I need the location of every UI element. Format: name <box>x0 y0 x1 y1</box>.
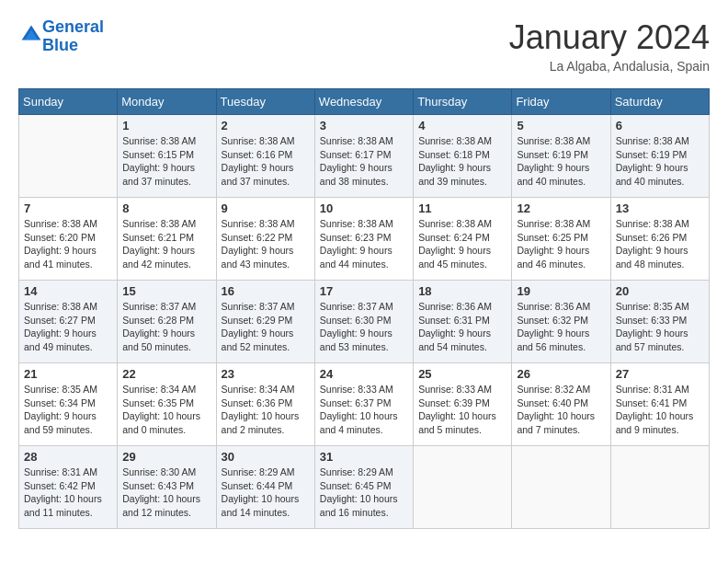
day-info: Sunrise: 8:38 AM Sunset: 6:20 PM Dayligh… <box>24 217 112 271</box>
weekday-thursday: Thursday <box>414 89 512 115</box>
logo: General Blue <box>18 18 104 55</box>
day-number: 22 <box>122 367 210 381</box>
day-number: 24 <box>320 367 408 381</box>
logo-icon <box>20 24 42 46</box>
day-info: Sunrise: 8:35 AM Sunset: 6:34 PM Dayligh… <box>24 383 112 437</box>
day-number: 1 <box>122 119 210 132</box>
day-info: Sunrise: 8:30 AM Sunset: 6:43 PM Dayligh… <box>122 465 210 520</box>
calendar-week-5: 28Sunrise: 8:31 AM Sunset: 6:42 PM Dayli… <box>19 446 710 529</box>
day-info: Sunrise: 8:38 AM Sunset: 6:18 PM Dayligh… <box>418 134 506 189</box>
calendar-cell: 8Sunrise: 8:38 AM Sunset: 6:21 PM Daylig… <box>118 198 216 281</box>
calendar-cell <box>610 446 709 529</box>
day-info: Sunrise: 8:32 AM Sunset: 6:40 PM Dayligh… <box>517 383 605 437</box>
day-info: Sunrise: 8:37 AM Sunset: 6:29 PM Dayligh… <box>222 300 310 354</box>
day-info: Sunrise: 8:38 AM Sunset: 6:17 PM Dayligh… <box>320 134 408 189</box>
day-number: 31 <box>320 450 408 464</box>
day-info: Sunrise: 8:38 AM Sunset: 6:19 PM Dayligh… <box>517 134 605 189</box>
weekday-monday: Monday <box>118 89 216 115</box>
day-info: Sunrise: 8:34 AM Sunset: 6:35 PM Dayligh… <box>122 383 210 437</box>
day-number: 10 <box>320 201 408 215</box>
weekday-header-row: SundayMondayTuesdayWednesdayThursdayFrid… <box>19 89 710 115</box>
day-number: 30 <box>222 450 310 464</box>
day-number: 29 <box>122 450 210 464</box>
day-info: Sunrise: 8:38 AM Sunset: 6:15 PM Dayligh… <box>122 134 210 189</box>
calendar-cell: 15Sunrise: 8:37 AM Sunset: 6:28 PM Dayli… <box>118 281 216 363</box>
day-info: Sunrise: 8:38 AM Sunset: 6:16 PM Dayligh… <box>222 134 310 189</box>
calendar-cell: 9Sunrise: 8:38 AM Sunset: 6:22 PM Daylig… <box>216 198 314 281</box>
day-info: Sunrise: 8:38 AM Sunset: 6:21 PM Dayligh… <box>122 217 210 271</box>
title-area: January 2024 La Algaba, Andalusia, Spain <box>509 18 710 74</box>
day-info: Sunrise: 8:37 AM Sunset: 6:30 PM Dayligh… <box>320 300 408 354</box>
calendar-cell: 16Sunrise: 8:37 AM Sunset: 6:29 PM Dayli… <box>216 281 314 363</box>
calendar-cell: 5Sunrise: 8:38 AM Sunset: 6:19 PM Daylig… <box>512 115 610 198</box>
day-number: 6 <box>616 119 704 132</box>
calendar-cell: 12Sunrise: 8:38 AM Sunset: 6:25 PM Dayli… <box>512 198 610 281</box>
day-number: 2 <box>222 119 310 132</box>
calendar-cell: 4Sunrise: 8:38 AM Sunset: 6:18 PM Daylig… <box>414 115 512 198</box>
day-info: Sunrise: 8:38 AM Sunset: 6:27 PM Dayligh… <box>24 300 112 354</box>
calendar-week-3: 14Sunrise: 8:38 AM Sunset: 6:27 PM Dayli… <box>19 281 710 363</box>
calendar-cell: 27Sunrise: 8:31 AM Sunset: 6:41 PM Dayli… <box>610 363 709 446</box>
day-number: 13 <box>616 201 704 215</box>
weekday-wednesday: Wednesday <box>314 89 413 115</box>
calendar-week-1: 1Sunrise: 8:38 AM Sunset: 6:15 PM Daylig… <box>19 115 710 198</box>
calendar-body: 1Sunrise: 8:38 AM Sunset: 6:15 PM Daylig… <box>19 115 710 529</box>
location: La Algaba, Andalusia, Spain <box>509 59 710 74</box>
calendar-cell: 20Sunrise: 8:35 AM Sunset: 6:33 PM Dayli… <box>610 281 709 363</box>
weekday-saturday: Saturday <box>610 89 709 115</box>
calendar-week-2: 7Sunrise: 8:38 AM Sunset: 6:20 PM Daylig… <box>19 198 710 281</box>
day-info: Sunrise: 8:31 AM Sunset: 6:42 PM Dayligh… <box>24 465 112 520</box>
calendar-week-4: 21Sunrise: 8:35 AM Sunset: 6:34 PM Dayli… <box>19 363 710 446</box>
day-info: Sunrise: 8:38 AM Sunset: 6:22 PM Dayligh… <box>222 217 310 271</box>
day-info: Sunrise: 8:36 AM Sunset: 6:31 PM Dayligh… <box>418 300 506 354</box>
day-info: Sunrise: 8:29 AM Sunset: 6:45 PM Dayligh… <box>320 465 408 520</box>
day-info: Sunrise: 8:34 AM Sunset: 6:36 PM Dayligh… <box>222 383 310 437</box>
calendar-cell: 30Sunrise: 8:29 AM Sunset: 6:44 PM Dayli… <box>216 446 314 529</box>
calendar-cell: 17Sunrise: 8:37 AM Sunset: 6:30 PM Dayli… <box>314 281 413 363</box>
weekday-sunday: Sunday <box>19 89 118 115</box>
day-number: 27 <box>616 367 704 381</box>
logo-text: General Blue <box>42 18 104 55</box>
calendar-cell: 19Sunrise: 8:36 AM Sunset: 6:32 PM Dayli… <box>512 281 610 363</box>
calendar-cell: 11Sunrise: 8:38 AM Sunset: 6:24 PM Dayli… <box>414 198 512 281</box>
day-info: Sunrise: 8:38 AM Sunset: 6:24 PM Dayligh… <box>418 217 506 271</box>
day-number: 28 <box>24 450 112 464</box>
calendar-table: SundayMondayTuesdayWednesdayThursdayFrid… <box>18 88 710 529</box>
day-number: 5 <box>517 119 605 132</box>
calendar-cell: 31Sunrise: 8:29 AM Sunset: 6:45 PM Dayli… <box>314 446 413 529</box>
day-info: Sunrise: 8:33 AM Sunset: 6:37 PM Dayligh… <box>320 383 408 437</box>
calendar-cell: 26Sunrise: 8:32 AM Sunset: 6:40 PM Dayli… <box>512 363 610 446</box>
day-number: 3 <box>320 119 408 132</box>
calendar-cell <box>512 446 610 529</box>
day-number: 16 <box>222 284 310 298</box>
day-number: 11 <box>418 201 506 215</box>
day-number: 23 <box>222 367 310 381</box>
calendar-cell: 3Sunrise: 8:38 AM Sunset: 6:17 PM Daylig… <box>314 115 413 198</box>
day-number: 18 <box>418 284 506 298</box>
day-number: 25 <box>418 367 506 381</box>
day-info: Sunrise: 8:37 AM Sunset: 6:28 PM Dayligh… <box>122 300 210 354</box>
calendar-cell: 13Sunrise: 8:38 AM Sunset: 6:26 PM Dayli… <box>610 198 709 281</box>
day-info: Sunrise: 8:31 AM Sunset: 6:41 PM Dayligh… <box>616 383 704 437</box>
calendar-cell: 25Sunrise: 8:33 AM Sunset: 6:39 PM Dayli… <box>414 363 512 446</box>
day-info: Sunrise: 8:38 AM Sunset: 6:19 PM Dayligh… <box>616 134 704 189</box>
day-info: Sunrise: 8:38 AM Sunset: 6:23 PM Dayligh… <box>320 217 408 271</box>
calendar-cell: 10Sunrise: 8:38 AM Sunset: 6:23 PM Dayli… <box>314 198 413 281</box>
day-number: 4 <box>418 119 506 132</box>
day-number: 8 <box>122 201 210 215</box>
day-number: 17 <box>320 284 408 298</box>
day-number: 26 <box>517 367 605 381</box>
calendar-cell: 22Sunrise: 8:34 AM Sunset: 6:35 PM Dayli… <box>118 363 216 446</box>
day-info: Sunrise: 8:33 AM Sunset: 6:39 PM Dayligh… <box>418 383 506 437</box>
month-title: January 2024 <box>509 18 710 57</box>
calendar-cell: 28Sunrise: 8:31 AM Sunset: 6:42 PM Dayli… <box>19 446 118 529</box>
day-info: Sunrise: 8:29 AM Sunset: 6:44 PM Dayligh… <box>222 465 310 520</box>
calendar-cell: 23Sunrise: 8:34 AM Sunset: 6:36 PM Dayli… <box>216 363 314 446</box>
calendar-cell: 14Sunrise: 8:38 AM Sunset: 6:27 PM Dayli… <box>19 281 118 363</box>
calendar-cell: 21Sunrise: 8:35 AM Sunset: 6:34 PM Dayli… <box>19 363 118 446</box>
calendar-cell: 18Sunrise: 8:36 AM Sunset: 6:31 PM Dayli… <box>414 281 512 363</box>
day-number: 20 <box>616 284 704 298</box>
weekday-friday: Friday <box>512 89 610 115</box>
page-header: General Blue January 2024 La Algaba, And… <box>18 18 710 74</box>
calendar-cell <box>414 446 512 529</box>
